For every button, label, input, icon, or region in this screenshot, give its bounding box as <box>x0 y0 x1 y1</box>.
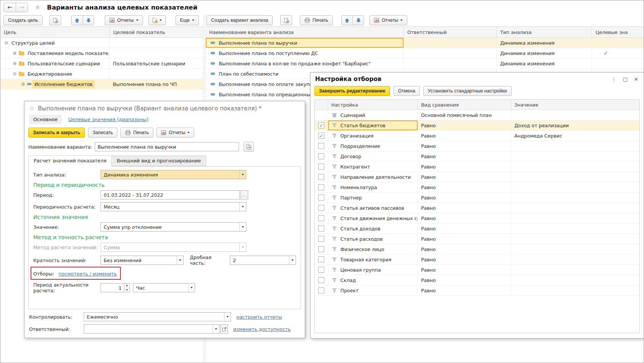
filter-setting-cell[interactable]: Направление деятельности <box>328 172 418 182</box>
variant-row[interactable]: Выполннеие плана по поступлению ДСДинами… <box>206 48 644 58</box>
filter-checkbox[interactable] <box>318 225 324 232</box>
filter-setting-cell[interactable]: Договор <box>328 151 418 161</box>
goal-tree-row[interactable]: ⊖Структура целей <box>0 38 203 48</box>
fraction-select[interactable]: 2 <box>230 256 296 265</box>
filter-setting-cell[interactable]: Товарная категория <box>328 254 418 264</box>
variant-row[interactable]: Выполнение плана по выручкиДинамика изме… <box>206 38 644 48</box>
filter-row[interactable]: Физическое лицоРавно <box>315 244 639 254</box>
cancel-button[interactable]: Отмена <box>394 86 420 96</box>
set-standard-settings-button[interactable]: Установить стандартные настройки <box>423 86 512 96</box>
filter-setting-cell[interactable]: Организация <box>328 131 418 141</box>
actuality-unit-select[interactable]: Час <box>133 283 195 292</box>
column-header-target-values[interactable]: Целевые зна <box>592 27 644 37</box>
variants-reports-button[interactable]: Отчеты <box>369 15 407 25</box>
dropdown-button[interactable] <box>224 313 231 321</box>
filter-row[interactable]: ✓ОрганизацияРавноАндромеда Сервис <box>315 131 639 141</box>
scheduled-docs-button[interactable] <box>148 15 166 25</box>
column-header-indicator[interactable]: Целевой показатель <box>109 27 203 37</box>
variant-row[interactable]: Выполнение плана в кол-ве по продаже кон… <box>206 58 644 69</box>
filter-row[interactable]: ✓Статья бюджетовРавноДоход от реализации <box>315 120 639 131</box>
column-header-analysis-type[interactable]: Тип анализа <box>496 27 592 37</box>
filter-row[interactable]: Статья расходовРавно <box>315 234 639 244</box>
dropdown-button[interactable] <box>239 223 246 231</box>
filter-setting-cell[interactable]: Статья активов пассивов <box>328 203 418 213</box>
more-button[interactable]: Еще <box>176 15 199 25</box>
tab-appearance[interactable]: Внешний вид и прогнозирование <box>112 156 206 166</box>
filter-setting-cell[interactable]: Статья движения денежных средств <box>328 213 418 223</box>
save-button[interactable]: Записать <box>88 128 117 138</box>
nav-tab-main[interactable]: Основное <box>29 115 62 124</box>
filter-checkbox[interactable] <box>318 194 324 201</box>
periodicity-select[interactable]: Месяц <box>101 202 246 211</box>
spinner-down-icon[interactable] <box>124 288 130 292</box>
target-values-link[interactable]: Целевые значения (диапазоны) <box>68 117 148 122</box>
variant-name-cell[interactable]: Выполннеие плана по поступлению ДС <box>206 48 403 58</box>
filter-checkbox[interactable] <box>318 153 324 159</box>
filter-row[interactable]: ПартнерРавно <box>315 193 639 203</box>
filter-setting-cell[interactable]: Статья доходов <box>328 224 418 233</box>
actuality-spinner[interactable] <box>124 283 130 292</box>
move-down-button[interactable] <box>83 16 94 25</box>
filter-checkbox[interactable] <box>318 164 324 170</box>
goal-tree-row[interactable]: ⊕Пользовательские сценарииПользовательск… <box>0 58 203 69</box>
filter-checkbox[interactable] <box>318 174 324 180</box>
column-header-setting[interactable]: Настройка <box>328 100 418 110</box>
variant-name-cell[interactable]: Выполнение плана по выручки <box>206 38 403 48</box>
filter-row[interactable]: Статья доходовРавно <box>315 224 639 234</box>
goal-tree-row[interactable]: ⊕Поставляемая модель показателей <box>0 48 203 58</box>
filter-row[interactable]: Статья движения денежных средствРавно <box>315 213 639 224</box>
dropdown-button[interactable] <box>239 203 246 211</box>
card-reports-button[interactable]: Отчеты <box>156 128 194 138</box>
goals-reports-button[interactable]: Отчеты <box>105 15 143 25</box>
back-button[interactable]: ← <box>4 3 16 12</box>
column-header-comparison[interactable]: Вид сравнения <box>418 100 511 110</box>
save-and-close-button[interactable]: Записать и закрыть <box>28 128 85 138</box>
filter-row[interactable]: ПодразделениеРавно <box>315 141 639 151</box>
filter-checkbox[interactable] <box>318 267 324 273</box>
filter-checkbox[interactable] <box>318 143 324 149</box>
new-document-button[interactable] <box>49 15 61 25</box>
multiplicity-select[interactable]: Без изменений <box>101 256 184 265</box>
filter-checkbox[interactable]: ✓ <box>318 133 324 139</box>
filter-checkbox[interactable] <box>318 215 324 221</box>
expander-icon[interactable]: ⊕ <box>20 81 26 87</box>
control-select[interactable]: Ежемесячно <box>84 312 231 321</box>
finish-editing-button[interactable]: Завершить редактирование <box>314 86 390 96</box>
move-down-button[interactable] <box>353 16 364 25</box>
value-select[interactable]: Сумма упр отклонение <box>101 222 246 232</box>
filter-setting-cell[interactable]: Сценарий <box>328 110 418 120</box>
move-up-button[interactable] <box>342 16 353 25</box>
filter-setting-cell[interactable]: Номенклатура <box>328 182 418 192</box>
configure-reports-link[interactable]: настроить отчеты <box>236 314 282 320</box>
window-more-icon[interactable]: ⋮ <box>611 76 616 82</box>
filter-row[interactable]: ДоговорРавно <box>315 151 639 162</box>
dropdown-button[interactable] <box>239 170 246 179</box>
filter-setting-cell[interactable]: Статья расходов <box>328 234 418 244</box>
filter-setting-cell[interactable]: Статья бюджетов <box>328 120 418 130</box>
filter-setting-cell[interactable]: Партнер <box>328 193 418 203</box>
create-variant-button[interactable]: Создать вариант анализа <box>207 15 273 25</box>
filter-row[interactable]: Ценовая группаРавно <box>315 265 639 275</box>
spinner-up-icon[interactable] <box>124 284 130 288</box>
filter-checkbox[interactable] <box>318 287 324 293</box>
filter-setting-cell[interactable]: Ценовая группа <box>328 265 418 275</box>
goal-tree-row[interactable]: ⊕Исполнение бюджетовВыполнение плана по … <box>0 79 203 89</box>
favorite-star-icon[interactable]: ★ <box>34 3 41 11</box>
expander-icon[interactable]: ⊕ <box>12 50 18 56</box>
change-access-link[interactable]: изменить доступность <box>233 326 291 332</box>
filter-checkbox[interactable] <box>318 205 324 211</box>
column-header-goal[interactable]: Цель <box>0 27 109 37</box>
copy-value-button[interactable] <box>244 142 254 152</box>
dropdown-button[interactable] <box>213 325 219 333</box>
forward-button[interactable]: → <box>16 3 28 12</box>
filter-row[interactable]: ПроектРавно <box>315 285 639 296</box>
card-print-button[interactable]: Печать <box>120 128 153 138</box>
column-header-responsible[interactable]: Ответственный <box>403 27 496 37</box>
filter-row[interactable]: Статья активов пассивовРавно <box>315 203 639 213</box>
period-input[interactable]: 01.03.2022 - 31.07.2022 <box>101 190 240 199</box>
window-maximize-icon[interactable]: □ <box>623 76 628 82</box>
variant-name-cell[interactable]: Выполнение плана в кол-ве по продаже кон… <box>206 58 403 68</box>
window-close-icon[interactable]: ✕ <box>634 76 638 82</box>
dropdown-button[interactable] <box>177 256 183 264</box>
goal-tree-row[interactable]: ⊖Бюджетирование <box>0 69 203 79</box>
